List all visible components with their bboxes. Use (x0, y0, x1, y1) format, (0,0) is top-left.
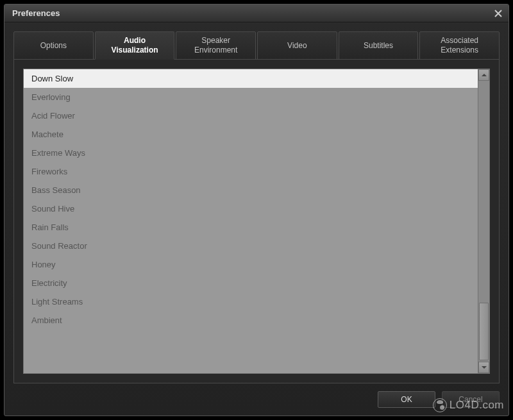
list-item[interactable]: Acid Flower (24, 106, 478, 125)
scrollbar[interactable] (478, 69, 489, 373)
scroll-up-button[interactable] (478, 69, 489, 81)
tab-bar: Options AudioVisualization SpeakerEnviro… (13, 31, 500, 60)
chevron-down-icon (482, 365, 487, 370)
close-icon (494, 10, 502, 17)
close-button[interactable] (492, 7, 505, 20)
list-item[interactable]: Ambient (24, 311, 478, 330)
scroll-track[interactable] (478, 81, 489, 362)
list-item[interactable]: Light Streams (24, 292, 478, 311)
visualization-listbox[interactable]: Down Slow Everloving Acid Flower Machete… (23, 69, 490, 374)
list-items-container: Down Slow Everloving Acid Flower Machete… (24, 69, 478, 373)
tab-speaker-environment[interactable]: SpeakerEnvironment (176, 31, 256, 60)
dialog-buttons: OK Cancel (13, 383, 500, 408)
scroll-thumb[interactable] (479, 303, 489, 360)
tab-video[interactable]: Video (257, 31, 337, 60)
list-item[interactable]: Fireworks (24, 162, 478, 181)
list-item[interactable]: Machete (24, 125, 478, 144)
list-item[interactable]: Bass Season (24, 181, 478, 199)
list-item[interactable]: Rain Falls (24, 218, 478, 237)
cancel-button[interactable]: Cancel (442, 391, 500, 408)
tab-subtitles[interactable]: Subtitles (339, 31, 419, 60)
content-area: Options AudioVisualization SpeakerEnviro… (4, 22, 509, 416)
list-item[interactable]: Down Slow (24, 69, 478, 88)
list-item[interactable]: Extreme Ways (24, 144, 478, 162)
tab-panel: Down Slow Everloving Acid Flower Machete… (13, 59, 500, 383)
tab-audio-visualization[interactable]: AudioVisualization (95, 31, 175, 60)
list-item[interactable]: Honey (24, 255, 478, 274)
list-item[interactable]: Everloving (24, 88, 478, 106)
scroll-down-button[interactable] (478, 362, 489, 373)
preferences-window: Preferences Options AudioVisualization S… (4, 4, 509, 416)
list-item[interactable]: Electricity (24, 274, 478, 292)
tab-associated-extensions[interactable]: AssociatedExtensions (419, 31, 500, 60)
tab-options[interactable]: Options (13, 31, 94, 60)
list-item[interactable]: Sound Hive (24, 199, 478, 218)
list-item[interactable]: Sound Reactor (24, 237, 478, 255)
chevron-up-icon (482, 72, 487, 78)
ok-button[interactable]: OK (378, 391, 435, 408)
titlebar: Preferences (4, 4, 509, 22)
window-title: Preferences (12, 8, 60, 18)
